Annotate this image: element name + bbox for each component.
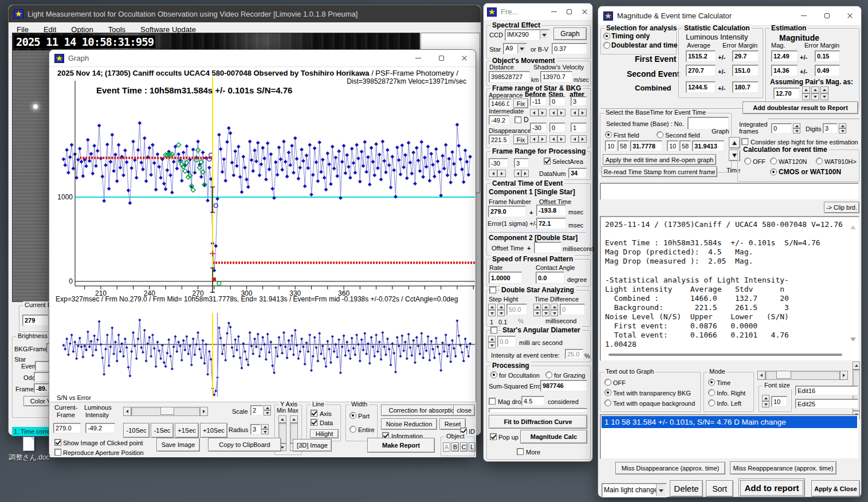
appearance-before-field[interactable] xyxy=(530,96,547,106)
frame-scrollbar-thumb[interactable] xyxy=(160,407,174,415)
make-report-button[interactable]: Make Report xyxy=(367,438,435,453)
triangle-down-icon[interactable] xyxy=(811,93,819,100)
range-start-spinner[interactable] xyxy=(489,170,506,177)
show-image-checkbox[interactable] xyxy=(54,439,61,446)
combined-err-field[interactable] xyxy=(732,81,759,93)
triangle-right-icon[interactable] xyxy=(579,135,587,143)
first-avg-field[interactable] xyxy=(686,50,716,62)
second-mag-field[interactable] xyxy=(771,65,798,76)
triangle-left-icon[interactable] xyxy=(571,109,579,116)
sort-button[interactable]: Sort xyxy=(706,480,733,497)
triangle-down-icon[interactable] xyxy=(261,429,269,434)
second-avg-field[interactable] xyxy=(686,65,716,76)
hscrollbar-thumb[interactable] xyxy=(776,371,791,379)
disappearance-field[interactable] xyxy=(489,135,509,144)
object-a-button[interactable]: A xyxy=(443,442,450,452)
panel-luminous-field[interactable] xyxy=(85,423,115,433)
fontsize-field[interactable] xyxy=(771,396,787,407)
time2-hour-field[interactable] xyxy=(667,140,678,151)
copy-clipboard-button[interactable]: Copy to ClipBoard xyxy=(208,438,281,452)
disappearance-step-field[interactable] xyxy=(549,123,565,132)
triangle-down-icon[interactable] xyxy=(542,310,549,316)
integrated-frames-field[interactable] xyxy=(771,123,792,134)
add-to-report-button[interactable]: Add to report xyxy=(739,479,805,497)
triangle-right-icon[interactable] xyxy=(539,109,547,116)
assumed-spinner-1[interactable] xyxy=(802,87,810,100)
textout-opaque-radio[interactable] xyxy=(604,399,611,406)
object-b-button[interactable]: B xyxy=(451,442,459,452)
mode-info-left-radio[interactable] xyxy=(708,399,715,406)
triangle-right-icon[interactable] xyxy=(840,371,848,380)
first-field-radio[interactable] xyxy=(605,131,612,138)
triangle-left-icon[interactable] xyxy=(530,135,539,143)
triangle-up-icon[interactable] xyxy=(533,304,541,310)
combined-avg-field[interactable] xyxy=(686,81,716,93)
frame-scrollbar[interactable] xyxy=(123,407,208,416)
ccd-dropdown[interactable]: IMX290 xyxy=(505,29,549,41)
triangle-right-icon[interactable] xyxy=(579,109,587,116)
status-item[interactable]: 1. Time corre xyxy=(12,427,50,436)
maximize-button[interactable] xyxy=(815,6,838,25)
3d-image-button[interactable]: [3D] Image xyxy=(293,439,332,452)
minimize-button[interactable] xyxy=(792,6,815,25)
intensity-centre-field[interactable] xyxy=(565,349,583,359)
time1-sec-field[interactable] xyxy=(630,140,662,151)
maximize-button[interactable] xyxy=(561,3,576,20)
plus1sec-button[interactable]: +1Sec xyxy=(175,423,199,438)
edit25-field[interactable] xyxy=(795,399,858,409)
fix-disappearance-button[interactable]: Fix xyxy=(513,135,528,144)
scale-spinner[interactable] xyxy=(264,405,271,415)
time2-min-field[interactable] xyxy=(680,140,691,151)
panel-current-frame-field[interactable] xyxy=(53,423,81,433)
triangle-down-icon[interactable] xyxy=(793,128,800,134)
apply-edit-time-button[interactable]: Apply the edit time and Re-open graph xyxy=(603,154,716,165)
event-list-item-selected[interactable]: 1 10 58 31.584 +/- 0.101s, S/N= 4.76 D M… xyxy=(602,416,857,428)
bv-field[interactable] xyxy=(552,43,587,54)
rate-field[interactable] xyxy=(489,272,522,284)
summary-field[interactable] xyxy=(600,183,859,200)
star-type-dropdown[interactable]: A9 xyxy=(503,43,527,54)
range-end-field[interactable] xyxy=(514,158,529,168)
triangle-left-icon[interactable] xyxy=(489,170,497,177)
plus10sec-button[interactable]: +10Sec xyxy=(200,423,227,438)
wat910h-radio[interactable] xyxy=(816,158,823,164)
triangle-left-icon[interactable] xyxy=(549,109,557,116)
consider-step-checkbox[interactable] xyxy=(741,138,748,145)
mag-drop-field[interactable] xyxy=(521,396,544,406)
offset-time-field[interactable] xyxy=(536,205,566,216)
for-grazing-radio[interactable] xyxy=(545,371,552,378)
radius-spinner[interactable] xyxy=(261,424,269,434)
assumed-spinner-2[interactable] xyxy=(811,87,819,100)
distance-field[interactable] xyxy=(489,71,530,83)
digits-spinner[interactable] xyxy=(839,123,846,134)
time-difference-field[interactable] xyxy=(560,304,585,315)
triangle-down-icon[interactable] xyxy=(533,310,541,316)
double-star-checkbox[interactable] xyxy=(489,287,496,293)
event-list[interactable]: 1 10 58 31.584 +/- 0.101s, S/N= 4.76 D M… xyxy=(600,414,859,459)
close-button[interactable] xyxy=(576,3,592,20)
triangle-down-icon[interactable] xyxy=(820,93,828,100)
time-spinner-2[interactable] xyxy=(542,304,549,316)
time-spinner-1[interactable] xyxy=(533,304,541,316)
triangle-right-icon[interactable] xyxy=(557,109,565,116)
intermediate-field[interactable] xyxy=(489,115,509,125)
triangle-right-icon[interactable] xyxy=(539,135,547,143)
first-mag-err-field[interactable] xyxy=(815,50,840,62)
step-hight-field[interactable] xyxy=(506,304,527,315)
integrated-spinner[interactable] xyxy=(793,123,800,134)
close-graph-button[interactable]: close xyxy=(453,405,475,416)
star-image[interactable] xyxy=(33,104,38,109)
chevron-down-icon[interactable] xyxy=(656,484,666,496)
close-button[interactable] xyxy=(838,6,861,25)
document-icon[interactable] xyxy=(23,437,34,451)
range-start-field[interactable] xyxy=(489,158,508,168)
second-mag-err-field[interactable] xyxy=(815,65,840,76)
triangle-left-icon[interactable] xyxy=(757,371,765,380)
textout-off-radio[interactable] xyxy=(604,379,611,386)
reproduce-aperture-checkbox[interactable] xyxy=(54,449,61,456)
appearance-after-spinner[interactable] xyxy=(571,109,587,116)
minimize-button[interactable] xyxy=(407,50,430,66)
wat120n-radio[interactable] xyxy=(770,158,777,164)
assumed-spinner-3[interactable] xyxy=(820,87,828,100)
chevron-down-icon[interactable] xyxy=(540,30,548,40)
